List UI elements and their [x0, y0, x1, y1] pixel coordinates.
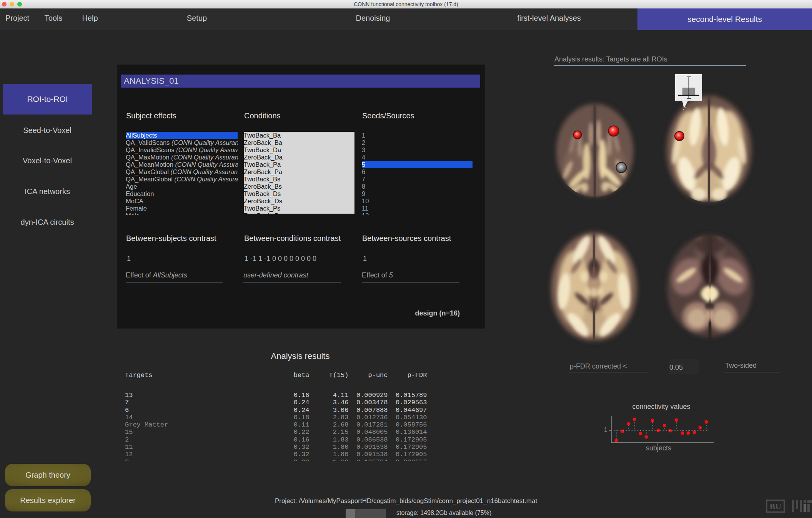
- svg-text:BU: BU: [770, 501, 782, 511]
